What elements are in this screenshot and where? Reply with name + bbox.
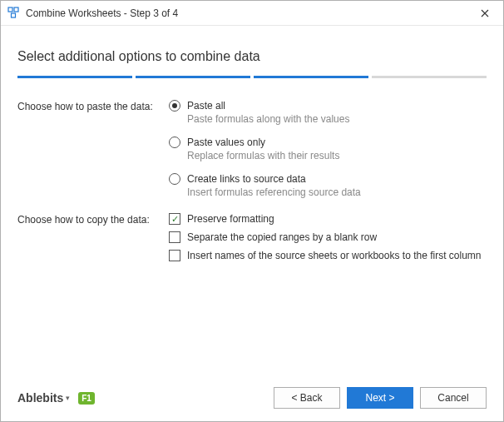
check-insert-names[interactable]: Insert names of the source sheets or wor… [169, 250, 487, 261]
radio-label: Paste all [187, 100, 225, 112]
wizard-window: Combine Worksheets - Step 3 of 4 Select … [0, 0, 504, 422]
copy-section-label: Choose how to copy the data: [17, 213, 169, 268]
back-button[interactable]: < Back [274, 387, 340, 409]
brand-label[interactable]: Ablebits [17, 391, 63, 405]
paste-options: Paste all Paste formulas along with the … [169, 100, 487, 198]
copy-options: ✓ Preserve formatting Separate the copie… [169, 213, 487, 268]
radio-paste-values[interactable]: Paste values only Replace formulas with … [169, 137, 487, 161]
paste-section-label: Choose how to paste the data: [17, 100, 169, 198]
radio-desc: Paste formulas along with the values [187, 113, 487, 125]
cancel-button[interactable]: Cancel [420, 387, 487, 409]
window-title: Combine Worksheets - Step 3 of 4 [26, 7, 467, 19]
radio-desc: Replace formulas with their results [187, 150, 487, 161]
checkbox-icon: ✓ [169, 213, 180, 225]
radio-icon [169, 100, 180, 112]
help-badge[interactable]: F1 [78, 392, 95, 405]
radio-create-links[interactable]: Create links to source data Insert formu… [169, 173, 487, 198]
check-label: Preserve formatting [187, 213, 274, 225]
chevron-down-icon[interactable]: ▾ [66, 394, 70, 402]
radio-paste-all[interactable]: Paste all Paste formulas along with the … [169, 100, 487, 125]
check-label: Insert names of the source sheets or wor… [187, 250, 482, 261]
step-seg-4 [372, 76, 487, 78]
radio-label: Paste values only [187, 137, 265, 148]
footer: Ablebits ▾ F1 < Back Next > Cancel [1, 375, 503, 421]
svg-rect-1 [14, 7, 18, 12]
step-seg-1 [17, 76, 132, 78]
titlebar: Combine Worksheets - Step 3 of 4 [1, 1, 503, 26]
close-button[interactable] [467, 1, 503, 26]
step-seg-2 [136, 76, 250, 78]
checkbox-icon [169, 250, 180, 261]
checkbox-icon [169, 231, 180, 243]
paste-section: Choose how to paste the data: Paste all … [17, 100, 487, 198]
radio-icon [169, 137, 180, 148]
radio-desc: Insert formulas referencing source data [187, 186, 487, 198]
svg-rect-0 [8, 7, 12, 12]
next-button[interactable]: Next > [347, 387, 413, 409]
app-icon [7, 7, 21, 20]
content-area: Select additional options to combine dat… [1, 26, 503, 375]
check-separate-blank-row[interactable]: Separate the copied ranges by a blank ro… [169, 231, 487, 243]
step-progress [17, 76, 487, 78]
step-seg-3 [254, 76, 368, 78]
page-heading: Select additional options to combine dat… [17, 49, 487, 64]
svg-rect-2 [12, 13, 16, 17]
check-label: Separate the copied ranges by a blank ro… [187, 231, 377, 243]
check-preserve-formatting[interactable]: ✓ Preserve formatting [169, 213, 487, 225]
radio-icon [169, 173, 180, 185]
copy-section: Choose how to copy the data: ✓ Preserve … [17, 213, 487, 268]
radio-label: Create links to source data [187, 173, 306, 185]
